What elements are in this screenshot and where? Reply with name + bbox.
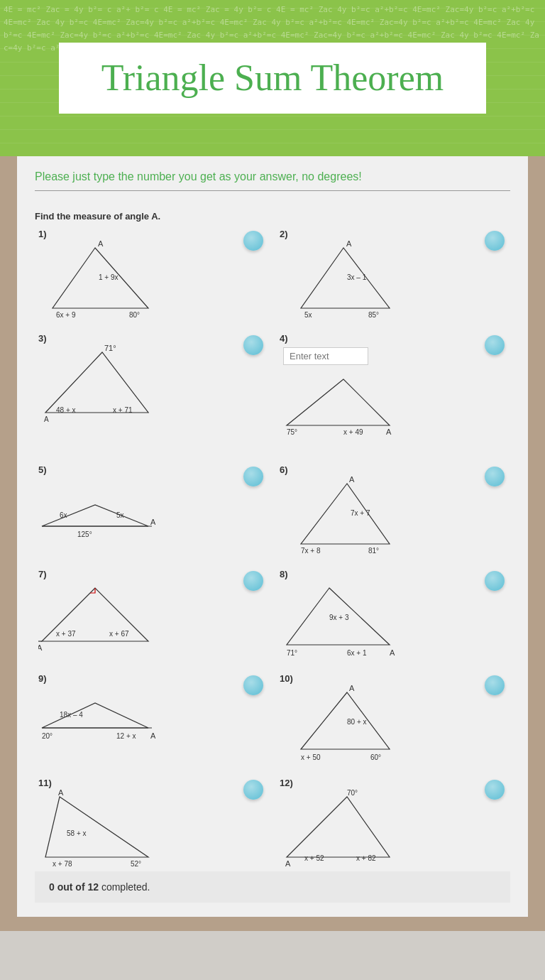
problem-9-answer-circle[interactable] [243, 675, 263, 695]
svg-text:6x + 9: 6x + 9 [56, 311, 76, 319]
problem-8-number: 8) [280, 569, 507, 579]
svg-text:60°: 60° [370, 753, 381, 761]
problem-2-answer-circle[interactable] [485, 231, 505, 251]
svg-text:7x + 7: 7x + 7 [351, 509, 370, 517]
problem-11-diagram: A 58 + x x + 78 52° [38, 790, 155, 868]
svg-marker-51 [45, 797, 148, 857]
problem-3: 3) 71° A 48 + x x + 71 [35, 330, 269, 454]
svg-text:A: A [38, 643, 43, 652]
svg-text:71°: 71° [104, 345, 116, 352]
svg-marker-15 [287, 379, 390, 425]
problem-4-input[interactable] [283, 347, 368, 365]
progress-completed: 0 out of 12 completed. [49, 881, 150, 893]
svg-marker-10 [45, 352, 148, 413]
svg-text:x + 82: x + 82 [356, 854, 376, 862]
svg-marker-19 [42, 505, 148, 526]
problem-5-diagram: A 6x 5x 125° [38, 477, 155, 555]
svg-text:52°: 52° [131, 860, 141, 868]
problem-5-answer-circle[interactable] [243, 467, 263, 486]
math-background: Triangle Sum Theorem [0, 0, 545, 156]
problem-11-number: 11) [38, 778, 265, 788]
problem-6-number: 6) [280, 464, 507, 475]
svg-text:125°: 125° [77, 530, 92, 538]
problem-7-number: 7) [38, 569, 265, 579]
problem-7-diagram: A x + 37 x + 67 [38, 581, 155, 659]
svg-text:x + 71: x + 71 [113, 406, 133, 414]
svg-text:80°: 80° [129, 311, 140, 319]
problem-8-diagram: 9x + 3 71° 6x + 1 A [280, 581, 397, 659]
find-label: Find the measure of angle A. [35, 211, 510, 222]
header-section: Triangle Sum Theorem [0, 0, 545, 156]
svg-text:6x + 1: 6x + 1 [347, 649, 367, 657]
problem-1-diagram: A 1 + 9x 6x + 9 80° [38, 241, 152, 319]
svg-text:x + 78: x + 78 [53, 860, 72, 868]
problem-10-answer-circle[interactable] [485, 675, 505, 695]
problem-12-diagram: 70° A x + 52 x + 82 [280, 790, 397, 868]
svg-text:9x + 3: 9x + 3 [329, 614, 349, 621]
svg-text:81°: 81° [368, 547, 379, 555]
problems-grid: 1) A 1 + 9x 6x + 9 80° 2) A 3x – 1 5x 85… [35, 225, 510, 871]
problem-4-number: 4) [280, 333, 507, 344]
svg-text:80 + x: 80 + x [347, 718, 367, 726]
svg-text:3x – 1: 3x – 1 [347, 273, 367, 281]
problem-7-answer-circle[interactable] [243, 571, 263, 591]
problem-4: 4) 75° x + 49 A [276, 330, 510, 454]
svg-text:48 + x: 48 + x [56, 406, 76, 414]
problem-8: 8) 9x + 3 71° 6x + 1 A [276, 565, 510, 663]
svg-text:7x + 8: 7x + 8 [301, 547, 321, 555]
problem-7: 7) A x + 37 x + 67 [35, 565, 269, 663]
svg-text:A: A [349, 477, 355, 484]
svg-marker-40 [42, 703, 148, 728]
svg-text:x + 37: x + 37 [56, 630, 76, 638]
problem-10-number: 10) [280, 673, 507, 684]
svg-marker-25 [301, 484, 390, 544]
problem-9-diagram: A 18x – 4 20° 12 + x [38, 685, 155, 749]
problem-1-answer-circle[interactable] [243, 231, 263, 251]
svg-text:A: A [58, 790, 64, 797]
problem-3-diagram: 71° A 48 + x x + 71 [38, 345, 152, 423]
svg-text:70°: 70° [347, 790, 358, 797]
problem-6-answer-circle[interactable] [485, 467, 505, 486]
problem-12-answer-circle[interactable] [485, 780, 505, 800]
problem-10-diagram: A 80 + x x + 50 60° [280, 685, 393, 763]
svg-text:A: A [386, 428, 392, 436]
problem-1: 1) A 1 + 9x 6x + 9 80° [35, 225, 269, 322]
svg-text:20°: 20° [42, 732, 53, 740]
svg-text:71°: 71° [287, 649, 297, 657]
main-content: Please just type the number you get as y… [17, 156, 528, 917]
page-title: Triangle Sum Theorem [101, 57, 444, 99]
divider [35, 190, 510, 191]
problem-4-diagram: 75° x + 49 A [280, 372, 393, 450]
problem-5-number: 5) [38, 464, 265, 475]
problem-3-number: 3) [38, 333, 265, 344]
title-box: Triangle Sum Theorem [59, 43, 486, 114]
problem-11: 11) A 58 + x x + 78 52° [35, 774, 269, 871]
svg-text:5x: 5x [304, 311, 312, 319]
svg-text:A: A [150, 731, 155, 740]
svg-text:6x: 6x [60, 511, 67, 519]
svg-text:x + 49: x + 49 [343, 428, 363, 436]
svg-marker-46 [301, 692, 390, 749]
svg-marker-56 [287, 797, 390, 857]
svg-text:A: A [346, 241, 352, 248]
svg-text:12 + x: 12 + x [116, 732, 136, 740]
svg-text:x + 52: x + 52 [304, 854, 324, 862]
problem-9-number: 9) [38, 673, 265, 684]
problem-12: 12) 70° A x + 52 x + 82 [276, 774, 510, 871]
svg-text:5x: 5x [116, 511, 124, 519]
problem-6-diagram: A 7x + 7 7x + 8 81° [280, 477, 393, 555]
progress-section: 0 out of 12 completed. [35, 871, 510, 903]
problem-4-answer-circle[interactable] [485, 335, 505, 355]
svg-text:x + 67: x + 67 [109, 630, 129, 638]
svg-text:A: A [98, 241, 104, 248]
problem-5: 5) A 6x 5x 125° [35, 461, 269, 558]
instructions-text: Please just type the number you get as y… [35, 170, 510, 183]
svg-marker-5 [301, 248, 390, 308]
svg-text:18x – 4: 18x – 4 [60, 711, 83, 719]
svg-text:1 + 9x: 1 + 9x [99, 273, 119, 281]
svg-text:A: A [390, 648, 395, 657]
problem-8-answer-circle[interactable] [485, 571, 505, 591]
problem-3-answer-circle[interactable] [243, 335, 263, 355]
problem-11-answer-circle[interactable] [243, 780, 263, 800]
svg-text:A: A [349, 685, 355, 692]
